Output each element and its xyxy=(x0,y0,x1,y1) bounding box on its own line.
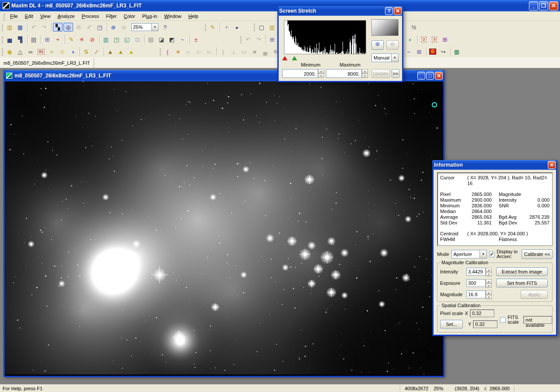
toolbar-grip[interactable] xyxy=(205,23,206,31)
toolbar-grip[interactable] xyxy=(240,35,242,43)
close-button[interactable]: ✕ xyxy=(549,1,558,10)
flatten-2-button[interactable]: ▲ xyxy=(116,47,126,56)
information-titlebar[interactable]: Information ✕ xyxy=(432,160,557,170)
update-button[interactable]: Update xyxy=(371,69,390,78)
set-button[interactable]: Set... xyxy=(440,320,463,329)
minimum-marker[interactable] xyxy=(282,56,287,60)
menu-window[interactable]: Window xyxy=(161,13,185,20)
new-document-button[interactable]: ▢ xyxy=(257,23,266,32)
minimum-spinner[interactable]: ▲▼ xyxy=(318,69,324,78)
information-close-button[interactable]: ✕ xyxy=(548,161,556,169)
menu-filter[interactable]: Filter xyxy=(102,13,120,20)
graph-window-button[interactable]: ~ xyxy=(404,47,413,56)
screen-stretch-close-button[interactable]: ✕ xyxy=(394,7,402,15)
pixel-edit-button[interactable]: ✎ xyxy=(66,35,76,44)
screen-stretch-help-button[interactable]: ? xyxy=(385,7,393,15)
day-night-2-button[interactable]: ◕ xyxy=(232,23,242,32)
menu-help[interactable]: Help xyxy=(185,13,202,20)
invert-button[interactable]: ◩ xyxy=(167,35,177,44)
crop-button[interactable]: ◳ xyxy=(112,35,121,44)
day-night-1-button[interactable]: ◔ xyxy=(221,23,231,32)
menu-view[interactable]: View xyxy=(37,13,54,20)
screen-stretch-window-button[interactable]: ▜ xyxy=(15,35,25,44)
smiley-button[interactable]: ☺ xyxy=(57,47,67,56)
fits-header-button[interactable]: ▤ xyxy=(29,35,38,44)
kernel-filter-button[interactable]: ✳ xyxy=(77,35,87,44)
stretch-dark-button[interactable]: ◪ xyxy=(157,35,166,44)
set-from-fits-button[interactable]: Set from FITS xyxy=(496,279,548,287)
export-folder-button[interactable]: ↪ xyxy=(438,47,448,56)
menu-edit[interactable]: Edit xyxy=(21,13,37,20)
display-in-arcsec-checkbox[interactable]: ✓ xyxy=(489,252,494,257)
flatten-3-button[interactable]: ▲ xyxy=(126,47,136,56)
remove-calibration-button[interactable]: ⊘ xyxy=(88,35,97,44)
information-button[interactable]: ◎ xyxy=(63,23,73,32)
exposure-spinner[interactable]: ▲▼ xyxy=(486,279,492,287)
toolbar-grip[interactable] xyxy=(160,48,161,56)
screen-stretch-button[interactable]: ▚ xyxy=(53,23,63,32)
toolbar-grip[interactable] xyxy=(2,35,3,43)
stack-layers-button[interactable]: ≈ xyxy=(47,47,56,56)
zoom-level-combo[interactable]: 25%▼ xyxy=(131,23,158,31)
minimize-button[interactable]: _ xyxy=(529,1,538,10)
extract-from-image-button[interactable]: Extract from image xyxy=(496,267,548,276)
toolbar-grip[interactable] xyxy=(254,23,255,31)
restore-button[interactable]: ❐ xyxy=(539,1,548,10)
open-file-button[interactable]: ▥ xyxy=(5,23,14,32)
mosaic-button[interactable]: ▦ xyxy=(452,47,462,56)
night-vision-button[interactable]: ∞ xyxy=(26,47,35,56)
zoom-combo-arrow-icon[interactable]: ▼ xyxy=(151,23,158,31)
telescope-button[interactable]: △ xyxy=(15,47,25,56)
nebula-image-canvas[interactable] xyxy=(5,81,443,374)
context-help-button[interactable]: ? xyxy=(160,23,170,32)
stretch-light-button[interactable]: ▤ xyxy=(146,35,156,44)
copy-stack-button[interactable]: ⊞ xyxy=(414,47,424,56)
color-combine-button[interactable]: { xyxy=(163,47,172,56)
menu-analyze[interactable]: Analyze xyxy=(54,13,78,20)
crosshair-button[interactable]: + xyxy=(53,35,63,44)
histogram-zoom-out-button[interactable]: ⊖ xyxy=(386,40,399,50)
zoom-in-button[interactable]: ⊕ xyxy=(108,23,118,32)
open-document-button[interactable]: ▥ xyxy=(267,23,277,32)
batch-process-button[interactable]: D xyxy=(428,47,438,56)
color-stack-button[interactable]: ⊞ xyxy=(440,35,450,44)
line-tool-button[interactable]: ✎ xyxy=(208,23,217,32)
measure-line-button[interactable]: ∕ xyxy=(92,47,102,56)
fits-scale-checkbox[interactable] xyxy=(500,317,506,323)
menu-file[interactable]: File xyxy=(7,13,21,20)
minimum-input[interactable]: 2000. xyxy=(282,69,318,78)
magnitude-input[interactable]: 16.9 xyxy=(466,290,486,298)
histogram-window-button[interactable]: ▥ xyxy=(101,35,111,44)
stretch-histogram[interactable] xyxy=(284,20,366,54)
select-3-button[interactable]: 3 xyxy=(430,35,439,44)
observatory-button[interactable]: ◉ xyxy=(5,47,14,56)
expand-button[interactable]: >> xyxy=(392,69,399,78)
histogram-zoom-in-button[interactable]: ⊕ xyxy=(371,40,384,50)
color-balance-button[interactable]: ◐ xyxy=(406,35,415,44)
stretch-mode-combo[interactable]: Manual ▼ xyxy=(371,53,399,62)
screen-stretch-titlebar[interactable]: Screen Stretch ? ✕ xyxy=(277,6,403,16)
menu-color[interactable]: Color xyxy=(120,13,139,20)
magnitude-spinner[interactable]: ▲▼ xyxy=(486,290,492,298)
tab-active-document[interactable]: m8_050507_26i6x8mc26mF_LR3_L.FIT xyxy=(0,58,94,68)
resize-button[interactable]: ◱ xyxy=(122,35,132,44)
intensity-spinner[interactable]: ▲▼ xyxy=(486,268,492,276)
copy-button[interactable]: ⊞ xyxy=(267,35,277,44)
maximum-spinner[interactable]: ▲▼ xyxy=(362,69,368,78)
annotate-button[interactable]: ◳ xyxy=(95,23,105,32)
pixel-math-button[interactable]: ± xyxy=(191,35,201,44)
mode-combo[interactable]: Aperture ▼ xyxy=(452,250,487,259)
menu-process[interactable]: Process xyxy=(78,13,103,20)
flatten-1-button[interactable]: ▲ xyxy=(105,47,115,56)
sort-button[interactable]: ⇅ xyxy=(81,47,91,56)
color-bars-button[interactable]: ≡ xyxy=(173,47,183,56)
sequence-01-button[interactable]: 01 xyxy=(36,47,46,56)
menu-plugin[interactable]: Plug-in xyxy=(139,13,161,20)
rect-select-button[interactable]: □ xyxy=(133,35,142,44)
select-2-button[interactable]: 2 xyxy=(419,35,429,44)
toolbar-grip[interactable] xyxy=(2,23,3,31)
information-window-button[interactable]: ▅ xyxy=(5,35,14,44)
maximum-marker[interactable] xyxy=(292,56,297,60)
intensity-input[interactable]: 3.4429 xyxy=(466,268,486,276)
menu-grip[interactable] xyxy=(4,12,5,20)
